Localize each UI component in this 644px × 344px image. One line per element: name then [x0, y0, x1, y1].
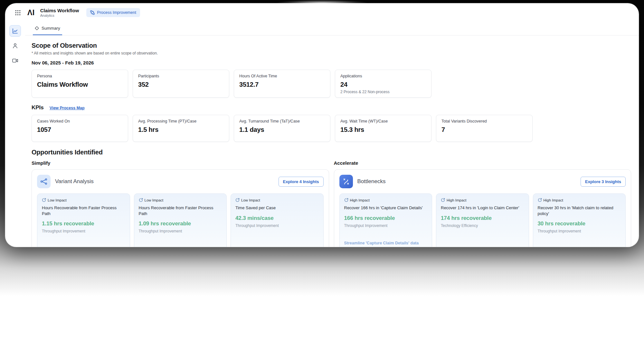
stat-label: Hours Of Active Time: [239, 74, 325, 79]
stat-label: Avg. Processing Time (PT)/Case: [138, 119, 224, 124]
stat-label: Total Variants Discovered: [441, 119, 527, 124]
impact-icon: [538, 198, 542, 202]
accelerate-label: Accelerate: [334, 160, 631, 166]
insight-title: Recover 166 hrs in 'Capture Claim Detail…: [344, 205, 428, 211]
insight-card[interactable]: Low Impact Time Saved per Case 42.3 mins…: [231, 193, 324, 247]
insight-card[interactable]: Low Impact Hours Recoverable from Faster…: [37, 193, 130, 247]
title-block: Claims Workflow Analytics: [40, 8, 79, 17]
page-subtitle: Analytics: [40, 14, 79, 17]
tab-summary-label: Summary: [42, 26, 60, 31]
insight-value: 174 hrs recoverable: [441, 215, 524, 221]
process-improvement-badge[interactable]: Process Improvement: [86, 8, 140, 17]
stat-value: 7: [441, 126, 527, 133]
insight-title: Recover 30 hrs in 'Match claim to relate…: [538, 205, 621, 216]
insight-title: Time Saved per Case: [235, 205, 319, 211]
stat-label: Avg. Wait Time (WT)/Case: [340, 119, 426, 124]
impact-badge: Low Impact: [235, 198, 319, 202]
insight-title: Hours Recoverable from Faster Process Pa…: [42, 205, 125, 216]
view-process-map-link[interactable]: View Process Map: [50, 106, 85, 110]
tab-summary[interactable]: Summary: [33, 22, 62, 35]
app-body: Summary Scope of Observation * All metri…: [5, 22, 639, 247]
impact-badge: High Impact: [538, 198, 621, 202]
apps-grid-button[interactable]: [12, 7, 23, 18]
stat-label: Applications: [340, 74, 426, 79]
scope-cards: Persona Claims Workflow Participants 352…: [32, 70, 631, 98]
insight-category: Throughput Improvement: [42, 229, 125, 233]
stat-value: 352: [138, 81, 224, 88]
insight-recommendation: Optimize 'Login to Claim Center' process: [441, 238, 524, 247]
impact-badge: High Impact: [344, 198, 428, 202]
explore-bottleneck-insights-button[interactable]: Explore 3 Insights: [581, 177, 626, 187]
insight-category: Throughput Improvement: [538, 229, 621, 233]
screen-recording-icon: [12, 57, 18, 64]
variant-analysis-title: Variant Analysis: [55, 178, 94, 185]
stat-card: Persona Claims Workflow: [32, 70, 128, 98]
sidebar-item-persona[interactable]: [9, 40, 21, 52]
insight-category: Throughput Improvement: [235, 223, 319, 228]
insight-title: Recover 174 hrs in 'Login to Claim Cente…: [441, 205, 524, 211]
stat-card: Avg. Turnaround Time (TaT)/Case 1.1 days: [234, 115, 330, 142]
insight-card[interactable]: High Impact Recover 174 hrs in 'Login to…: [436, 193, 529, 247]
impact-label: High Impact: [544, 198, 563, 202]
insight-card[interactable]: High Impact Recover 30 hrs in 'Match cla…: [533, 193, 626, 247]
impact-icon: [344, 198, 348, 202]
stat-value: 1.1 days: [239, 126, 325, 133]
opportunities-grid: Simplify Variant Analysis Explore 4 Insi…: [32, 160, 631, 247]
insight-value: 1.09 hrs recoverable: [139, 221, 222, 227]
insight-recommendation: Streamline 'Capture Claim Details' data …: [344, 233, 428, 247]
impact-badge: Low Impact: [42, 198, 125, 202]
kpi-cards: Cases Worked On 1057 Avg. Processing Tim…: [32, 115, 631, 142]
bottlenecks-panel-header: Bottlenecks Explore 3 Insights: [339, 175, 626, 188]
bottlenecks-panel: Bottlenecks Explore 3 Insights High Impa…: [334, 169, 631, 247]
simplify-label: Simplify: [32, 160, 329, 166]
summary-content: Scope of Observation * All metrics and i…: [25, 35, 639, 247]
insight-category: Technology Efficiency: [441, 223, 524, 228]
simplify-column: Simplify Variant Analysis Explore 4 Insi…: [32, 160, 329, 247]
stat-value: 15.3 hrs: [340, 126, 426, 133]
line-chart-icon: [12, 28, 18, 34]
insight-card[interactable]: Low Impact Hours Recoverable from Faster…: [134, 193, 227, 247]
insight-recommendation: Adopt Variant_7 as new MCP: [42, 244, 125, 247]
sidebar: [5, 22, 25, 247]
insight-title: Hours Recoverable from Faster Process Pa…: [139, 205, 222, 216]
stat-card: Avg. Processing Time (PT)/Case 1.5 hrs: [133, 115, 229, 142]
stat-card: Participants 352: [133, 70, 229, 98]
persona-icon: [12, 43, 18, 49]
stat-card: Hours Of Active Time 3512.7: [234, 70, 330, 98]
insight-card[interactable]: High Impact Recover 166 hrs in 'Capture …: [339, 193, 432, 247]
tab-bar: Summary: [25, 22, 639, 35]
variant-analysis-panel-header: Variant Analysis Explore 4 Insights: [37, 175, 324, 188]
insight-value: 166 hrs recoverable: [344, 215, 428, 221]
stat-card: Cases Worked On 1057: [32, 115, 128, 142]
variant-analysis-panel: Variant Analysis Explore 4 Insights Low …: [32, 169, 329, 247]
brand-logo: ΛI: [27, 8, 35, 17]
stat-card: Applications 24 2 Process & 22 Non-proce…: [335, 70, 431, 98]
variant-insights-row: Low Impact Hours Recoverable from Faster…: [37, 193, 324, 247]
impact-badge: High Impact: [441, 198, 524, 202]
impact-icon: [235, 198, 240, 202]
apps-grid-icon: [15, 10, 21, 16]
stat-label: Avg. Turnaround Time (TaT)/Case: [239, 119, 325, 124]
explore-variant-insights-button[interactable]: Explore 4 Insights: [279, 177, 324, 187]
bottlenecks-icon: [339, 175, 353, 188]
stat-value: Claims Workflow: [37, 81, 123, 88]
stat-value: 24: [340, 81, 426, 88]
process-improvement-icon: [90, 10, 95, 15]
scope-title: Scope of Observation: [32, 42, 631, 49]
scope-note: * All metrics and insights shown are bas…: [32, 51, 631, 55]
sidebar-item-recordings[interactable]: [9, 55, 21, 66]
app-header: ΛI Claims Workflow Analytics Process Imp…: [5, 3, 639, 22]
stat-value: 1057: [37, 126, 123, 133]
sidebar-item-analytics[interactable]: [9, 25, 21, 37]
page-title: Claims Workflow: [40, 8, 79, 13]
insight-value: 42.3 mins/case: [235, 215, 319, 221]
process-improvement-label: Process Improvement: [97, 10, 136, 15]
impact-label: High Impact: [350, 198, 370, 202]
stat-card: Avg. Wait Time (WT)/Case 15.3 hrs: [335, 115, 431, 142]
stat-sub: 2 Process & 22 Non-process: [340, 90, 426, 94]
kpis-header: KPIs View Process Map: [32, 104, 631, 111]
stat-label: Cases Worked On: [37, 119, 123, 124]
insight-value: 1.15 hrs recoverable: [42, 221, 125, 227]
insight-recommendation: Optimize policy matching and search: [538, 238, 621, 247]
variant-analysis-icon: [37, 175, 51, 188]
